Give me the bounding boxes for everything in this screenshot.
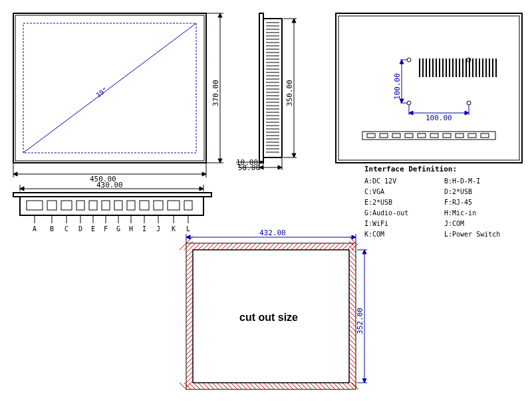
svg-rect-115 — [61, 201, 72, 210]
svg-rect-62 — [338, 16, 519, 160]
svg-rect-107 — [481, 134, 489, 138]
port-letter: G — [116, 225, 120, 233]
svg-rect-79 — [472, 58, 473, 77]
iface-item: L:Power Switch — [444, 231, 500, 238]
iface-item: I:WiFi — [364, 220, 388, 227]
svg-rect-119 — [114, 201, 122, 210]
svg-rect-74 — [456, 58, 457, 77]
svg-rect-81 — [479, 58, 480, 77]
side-view: 58.00 10.00 350.00 — [236, 13, 297, 172]
side-height: 350.00 — [285, 80, 294, 106]
svg-rect-66 — [429, 58, 430, 77]
svg-rect-82 — [482, 58, 483, 77]
svg-rect-114 — [47, 201, 57, 210]
svg-rect-118 — [102, 201, 110, 210]
svg-rect-64 — [422, 58, 424, 77]
front-height: 370.00 — [211, 80, 220, 106]
iface-item: C:VGA — [364, 188, 384, 195]
port-letter: K — [172, 225, 176, 233]
cutout-width: 432.00 — [259, 229, 286, 237]
port-letter: I — [142, 225, 146, 233]
svg-rect-101 — [405, 134, 413, 138]
svg-rect-122 — [154, 201, 163, 210]
svg-line-3 — [23, 23, 196, 153]
iface-item: H:Mic-in — [444, 209, 476, 217]
svg-rect-85 — [492, 58, 493, 77]
ports-view: 430.00 ABCDEFGHIJKL — [13, 181, 211, 233]
svg-rect-72 — [449, 58, 450, 77]
svg-point-89 — [407, 101, 411, 105]
port-letter: F — [104, 225, 108, 233]
svg-rect-104 — [443, 134, 451, 138]
svg-rect-73 — [452, 58, 454, 77]
svg-rect-61 — [336, 13, 522, 163]
svg-rect-80 — [475, 58, 477, 77]
ports-width: 430.00 — [96, 181, 123, 189]
svg-rect-123 — [168, 201, 180, 210]
svg-rect-116 — [76, 201, 84, 210]
port-letter: D — [78, 225, 82, 233]
cutout-label: cut out size — [239, 312, 298, 323]
svg-rect-70 — [442, 58, 444, 77]
diagonal-label: 19" — [94, 86, 108, 99]
iface-title: Interface Definition: — [364, 165, 457, 173]
svg-rect-86 — [495, 58, 497, 77]
side-bezel: 10.00 — [236, 158, 258, 167]
svg-rect-100 — [392, 134, 400, 138]
port-letter: C — [65, 225, 68, 233]
svg-rect-76 — [462, 58, 464, 77]
port-letter: J — [156, 225, 160, 233]
port-letter: B — [50, 225, 54, 233]
svg-rect-105 — [456, 134, 464, 138]
svg-rect-106 — [468, 134, 476, 138]
svg-rect-97 — [362, 132, 495, 140]
vesa-v: 100.00 — [393, 73, 402, 100]
svg-rect-124 — [184, 201, 192, 210]
svg-rect-77 — [466, 58, 467, 77]
svg-rect-83 — [485, 58, 487, 77]
svg-point-87 — [407, 58, 411, 62]
cutout-view: 432.00 cut out size 352.00 — [180, 229, 367, 389]
svg-rect-67 — [432, 58, 434, 77]
port-letter: H — [129, 225, 133, 233]
svg-point-90 — [467, 101, 471, 105]
svg-rect-113 — [27, 201, 43, 210]
svg-rect-117 — [89, 201, 97, 210]
iface-item: J:COM — [444, 220, 464, 227]
rear-view: 100.00 100.00 — [336, 13, 522, 163]
port-letter: E — [91, 225, 95, 233]
port-letter: L — [186, 225, 190, 233]
iface-item: K:COM — [364, 231, 384, 238]
svg-rect-75 — [459, 58, 460, 77]
svg-rect-98 — [367, 134, 375, 138]
iface-item: D:2*USB — [444, 188, 472, 195]
cutout-height: 352.00 — [356, 308, 364, 334]
svg-rect-120 — [127, 201, 135, 210]
svg-rect-84 — [489, 58, 490, 77]
iface-item: B:H-D-M-I — [444, 177, 480, 185]
svg-rect-68 — [436, 58, 437, 77]
interface-definition: Interface Definition: A:DC 12VC:VGAE:2*U… — [364, 165, 500, 238]
vesa-h: 100.00 — [426, 114, 452, 122]
front-view: 19" 450.00 370.00 — [13, 13, 223, 183]
svg-rect-63 — [419, 58, 420, 77]
svg-rect-71 — [446, 58, 447, 77]
svg-rect-65 — [426, 58, 427, 77]
svg-rect-69 — [439, 58, 440, 77]
svg-rect-99 — [380, 134, 388, 138]
iface-item: A:DC 12V — [364, 177, 396, 185]
port-letter: A — [33, 225, 37, 233]
iface-item: E:2*USB — [364, 199, 392, 206]
svg-rect-103 — [430, 134, 438, 138]
svg-rect-121 — [140, 201, 149, 210]
iface-item: F:RJ-45 — [444, 199, 472, 206]
iface-item: G:Audio-out — [364, 209, 408, 217]
svg-rect-102 — [418, 134, 426, 138]
